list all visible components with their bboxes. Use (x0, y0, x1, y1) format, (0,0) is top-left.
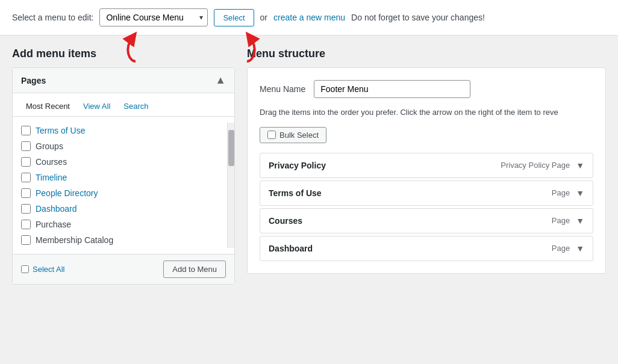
tab-most-recent[interactable]: Most Recent (21, 99, 75, 117)
dashboard-label[interactable]: Dashboard (36, 204, 77, 214)
reminder-text: Do not forget to save your changes! (351, 13, 485, 22)
tab-view-all[interactable]: View All (78, 99, 115, 117)
menu-name-row: Menu Name (260, 80, 593, 98)
pages-header: Pages ▲ (13, 68, 234, 93)
list-item: Courses (21, 154, 219, 170)
list-item: Groups (21, 138, 219, 154)
dashboard-item-name: Dashboard (269, 244, 313, 253)
select-all-wrapper: Select All (21, 265, 64, 274)
scrollbar-track[interactable] (227, 123, 234, 248)
menu-structure-title: Menu structure (247, 48, 606, 60)
right-panel: Menu structure Menu Name Drag the items … (247, 48, 606, 336)
terms-of-use-item-name: Terms of Use (269, 188, 322, 198)
drag-instructions: Drag the items into the order you prefer… (260, 106, 593, 119)
menu-items-list: Privacy Policy Privacy Policy Page ▼ Ter… (260, 153, 593, 261)
people-directory-checkbox[interactable] (21, 188, 31, 198)
membership-catalog-checkbox[interactable] (21, 235, 31, 245)
list-item: Purchase (21, 217, 219, 232)
privacy-policy-type: Privacy Policy Page (501, 161, 570, 170)
terms-of-use-checkbox[interactable] (21, 126, 31, 135)
timeline-checkbox[interactable] (21, 173, 31, 182)
pages-box: Pages ▲ Most Recent View All Search Term… (12, 67, 235, 285)
list-item: Timeline (21, 170, 219, 185)
menu-select-wrapper: Online Course Menu Footer Menu Main Menu… (99, 8, 208, 26)
list-item: Membership Catalog (21, 232, 219, 248)
select-button[interactable]: Select (214, 9, 254, 26)
list-item: Dashboard (21, 201, 219, 217)
chevron-down-icon[interactable]: ▼ (576, 188, 584, 198)
top-bar: Select a menu to edit: Online Course Men… (0, 0, 618, 35)
create-new-menu-link[interactable]: create a new menu (273, 13, 345, 22)
timeline-label[interactable]: Timeline (36, 173, 67, 182)
add-menu-items-title: Add menu items (12, 48, 235, 60)
bulk-select-label: Bulk Select (279, 131, 319, 140)
scrollbar-thumb[interactable] (228, 130, 234, 166)
membership-catalog-label[interactable]: Membership Catalog (36, 235, 113, 245)
select-all-checkbox[interactable] (21, 265, 29, 273)
collapse-button[interactable]: ▲ (215, 74, 226, 87)
bulk-select-checkbox[interactable] (267, 131, 276, 139)
courses-item-name: Courses (269, 216, 302, 226)
groups-checkbox[interactable] (21, 141, 31, 151)
list-item: People Directory (21, 185, 219, 201)
chevron-down-icon[interactable]: ▼ (576, 244, 584, 253)
pages-header-title: Pages (21, 76, 46, 85)
pages-footer: Select All Add to Menu (13, 254, 234, 284)
dashboard-checkbox[interactable] (21, 204, 31, 214)
menu-name-input[interactable] (314, 80, 470, 98)
menu-select-dropdown[interactable]: Online Course Menu Footer Menu Main Menu (99, 8, 208, 26)
groups-label[interactable]: Groups (36, 141, 63, 151)
menu-item-courses[interactable]: Courses Page ▼ (260, 208, 593, 233)
courses-label[interactable]: Courses (36, 157, 67, 167)
pages-list-wrapper: Terms of Use Groups Courses Timeline (13, 117, 234, 254)
menu-item-privacy-policy[interactable]: Privacy Policy Privacy Policy Page ▼ (260, 153, 593, 178)
purchase-checkbox[interactable] (21, 220, 31, 229)
select-all-label[interactable]: Select All (33, 265, 64, 274)
terms-of-use-item-type: Page (552, 188, 570, 197)
menu-item-terms-of-use[interactable]: Terms of Use Page ▼ (260, 180, 593, 206)
or-text: or (260, 13, 267, 22)
terms-of-use-label[interactable]: Terms of Use (36, 126, 85, 135)
bulk-select-row: Bulk Select (260, 127, 593, 143)
chevron-down-icon[interactable]: ▼ (576, 161, 584, 170)
dashboard-item-type: Page (552, 244, 570, 253)
purchase-label[interactable]: Purchase (36, 220, 71, 229)
privacy-policy-name: Privacy Policy (269, 161, 326, 170)
select-menu-label: Select a menu to edit: (12, 13, 93, 22)
menu-structure-box: Menu Name Drag the items into the order … (247, 67, 606, 274)
tab-search[interactable]: Search (119, 99, 153, 117)
menu-name-label: Menu Name (260, 84, 305, 94)
left-panel: Add menu items Pages ▲ Most Recent View … (12, 48, 235, 336)
courses-checkbox[interactable] (21, 157, 31, 167)
menu-item-dashboard[interactable]: Dashboard Page ▼ (260, 236, 593, 261)
chevron-down-icon[interactable]: ▼ (576, 216, 584, 226)
main-content: Add menu items Pages ▲ Most Recent View … (0, 35, 618, 348)
people-directory-label[interactable]: People Directory (36, 188, 98, 198)
pages-tabs: Most Recent View All Search (13, 93, 234, 117)
pages-list: Terms of Use Groups Courses Timeline (13, 123, 227, 248)
courses-item-type: Page (552, 216, 570, 225)
list-item: Terms of Use (21, 123, 219, 138)
bulk-select-button[interactable]: Bulk Select (260, 127, 326, 143)
add-to-menu-button[interactable]: Add to Menu (163, 261, 226, 278)
